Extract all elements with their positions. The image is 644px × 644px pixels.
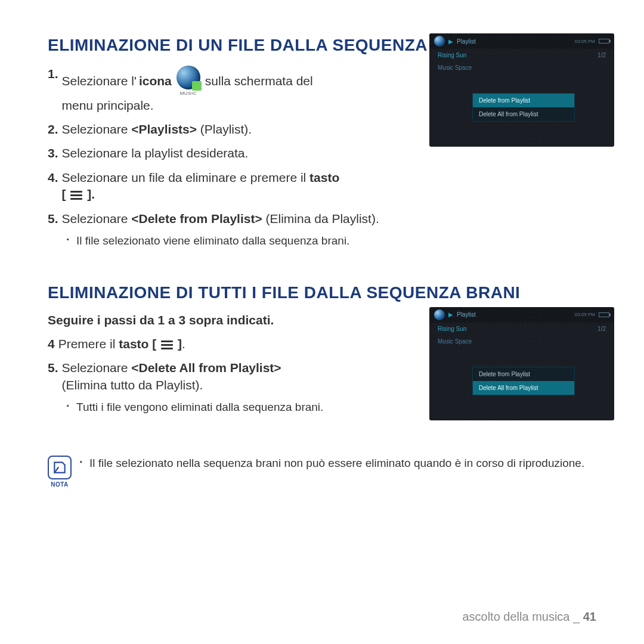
text: Selezionare (62, 212, 132, 225)
menu-item-delete-all: Delete All from Playlist (473, 381, 574, 395)
text-bold: [ (62, 187, 66, 201)
text-bold: icona (139, 73, 172, 89)
text: (Elimina da Playlist). (262, 212, 379, 225)
steps-2: Seguire i passi da 1 a 3 sopra indicati.… (48, 313, 394, 414)
text-bold: tasto (309, 171, 339, 184)
device-header: ▶ Playlist 03:05 PM (429, 307, 614, 323)
step-number: 4. (48, 169, 58, 186)
battery-icon (599, 312, 609, 317)
step-number: 1. (48, 66, 58, 82)
device-music-icon (434, 36, 445, 47)
step-number: 5. (48, 360, 58, 376)
text: (Playlist). (197, 122, 252, 136)
text: menu principale. (62, 98, 154, 112)
text: (Elimina tutto da Playlist). (62, 378, 203, 392)
step-4: 4. Selezionare un file da eliminare e pr… (48, 169, 394, 203)
arrow-icon: ▶ (448, 311, 453, 318)
device-title: Playlist (457, 38, 476, 45)
menu-item-delete: Delete from Playlist (473, 94, 574, 107)
note-block: NOTA Il file selezionato nella sequenza … (48, 456, 602, 488)
text-bold: <Delete All from Playlist> (131, 361, 281, 374)
device-row-2: Music Space (429, 61, 614, 74)
menu-item-delete-all: Delete All from Playlist (473, 107, 574, 121)
text-bold: tasto [ (119, 337, 156, 351)
intro-text: Seguire i passi da 1 a 3 sopra indicati. (48, 313, 394, 327)
text-bold: <Playlists> (131, 122, 197, 136)
music-icon-label: MUSIC (180, 91, 197, 97)
menu-button-icon (161, 339, 173, 351)
device-title: Playlist (457, 311, 476, 318)
text-bold: ]. (87, 187, 95, 201)
text: sulla schermata del (205, 73, 313, 89)
device-time: 03:05 PM (575, 312, 595, 317)
step-5-sub: Il file selezionato viene eliminato dall… (67, 234, 394, 247)
step-number: 2. (48, 121, 58, 138)
device-count: 1/2 (597, 52, 606, 58)
note-icon-wrap: NOTA (48, 456, 72, 488)
step-1: 1. Selezionare l'icona MUSIC sulla scher… (48, 66, 394, 114)
text: Premere il (58, 337, 119, 351)
device-row-2: Music Space (429, 335, 614, 348)
device-screenshot-1: ▶ Playlist 03:05 PM Rising Sun 1/2 Music… (429, 33, 614, 147)
text: Selezionare (62, 122, 132, 136)
footer-section: ascolto della musica _ (462, 610, 580, 623)
arrow-icon: ▶ (448, 38, 453, 45)
device-row-label: Rising Sun (438, 326, 466, 332)
text-bold: <Delete from Playlist> (131, 212, 262, 225)
device-count: 1/2 (597, 326, 606, 332)
text: Selezionare un file da eliminare e preme… (62, 171, 310, 184)
step-number: 3. (48, 145, 58, 162)
step-3: 3. Selezionare la playlist desiderata. (48, 145, 394, 162)
text: Selezionare l' (62, 73, 137, 89)
heading-2: ELIMINAZIONE DI TUTTI I FILE DALLA SEQUE… (48, 283, 602, 302)
section-delete-one-file: ELIMINAZIONE DI UN FILE DALLA SEQUENZA B… (48, 36, 602, 247)
note-label: NOTA (51, 481, 69, 488)
step-4b: 4 Premere il tasto [ ]. (48, 336, 394, 352)
steps-1: 1. Selezionare l'icona MUSIC sulla scher… (48, 66, 394, 247)
section-delete-all-files: ELIMINAZIONE DI TUTTI I FILE DALLA SEQUE… (48, 283, 602, 414)
menu-item-delete: Delete from Playlist (473, 367, 574, 381)
music-icon: MUSIC (177, 66, 200, 97)
text-bold: ] (178, 337, 182, 351)
step-5b-sub: Tutti i file vengono eliminati dalla seq… (67, 401, 394, 414)
step-5b: 5. Selezionare <Delete All from Playlist… (48, 360, 394, 394)
device-music-icon (434, 309, 445, 320)
device-row-label: Rising Sun (438, 52, 466, 58)
device-header: ▶ Playlist 03:05 PM (429, 33, 614, 49)
device-context-menu: Delete from Playlist Delete All from Pla… (472, 367, 575, 395)
step-number: 4 (48, 336, 55, 352)
text: . (182, 337, 185, 351)
battery-icon (599, 39, 609, 44)
step-2: 2. Selezionare <Playlists> (Playlist). (48, 121, 394, 138)
device-row-1: Rising Sun 1/2 (429, 323, 614, 335)
note-text: Il file selezionato nella sequenza brani… (80, 456, 584, 471)
note-icon (48, 456, 72, 479)
device-context-menu: Delete from Playlist Delete All from Pla… (472, 93, 575, 122)
step-number: 5. (48, 210, 58, 227)
page-number: 41 (583, 610, 596, 623)
text: Selezionare la playlist desiderata. (62, 145, 394, 162)
step-5: 5. Selezionare <Delete from Playlist> (E… (48, 210, 394, 227)
page-footer: ascolto della musica _ 41 (462, 610, 596, 624)
text: Selezionare (62, 361, 132, 374)
device-row-1: Rising Sun 1/2 (429, 49, 614, 61)
device-screenshot-2: ▶ Playlist 03:05 PM Rising Sun 1/2 Music… (429, 307, 614, 420)
menu-button-icon (70, 190, 82, 201)
device-time: 03:05 PM (575, 39, 595, 44)
